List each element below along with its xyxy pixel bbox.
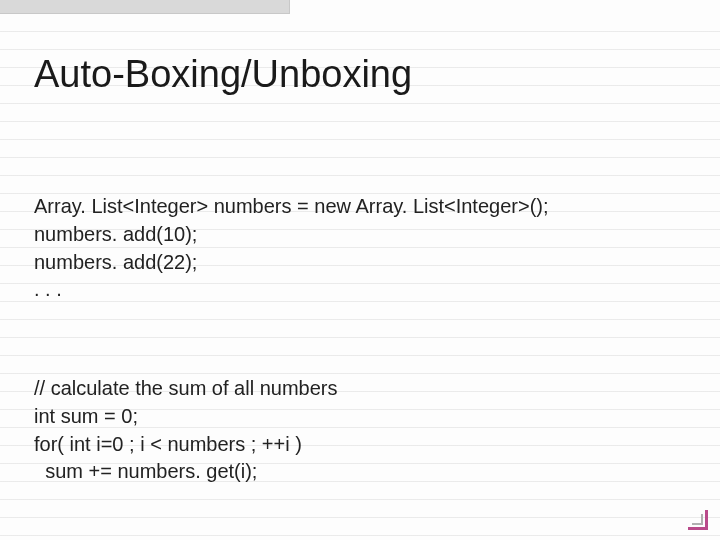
window-chrome-fragment <box>0 0 290 14</box>
slide-corner-accent-icon <box>688 510 708 530</box>
code-line: for( int i=0 ; i < numbers ; ++i ) <box>34 433 302 455</box>
code-block-declaration: Array. List<Integer> numbers = new Array… <box>34 166 690 304</box>
slide-body: Auto-Boxing/Unboxing Array. List<Integer… <box>0 14 720 540</box>
code-block-sum-loop: // calculate the sum of all numbers int … <box>34 348 690 486</box>
code-line: sum += numbers. get(i); <box>34 460 257 482</box>
code-line: . . . <box>34 278 62 300</box>
code-line: numbers. add(10); <box>34 223 197 245</box>
code-comment: // calculate the sum of all numbers <box>34 377 337 399</box>
slide-title: Auto-Boxing/Unboxing <box>34 54 690 96</box>
code-line: numbers. add(22); <box>34 251 197 273</box>
code-line: int sum = 0; <box>34 405 138 427</box>
code-line: Array. List<Integer> numbers = new Array… <box>34 195 549 217</box>
